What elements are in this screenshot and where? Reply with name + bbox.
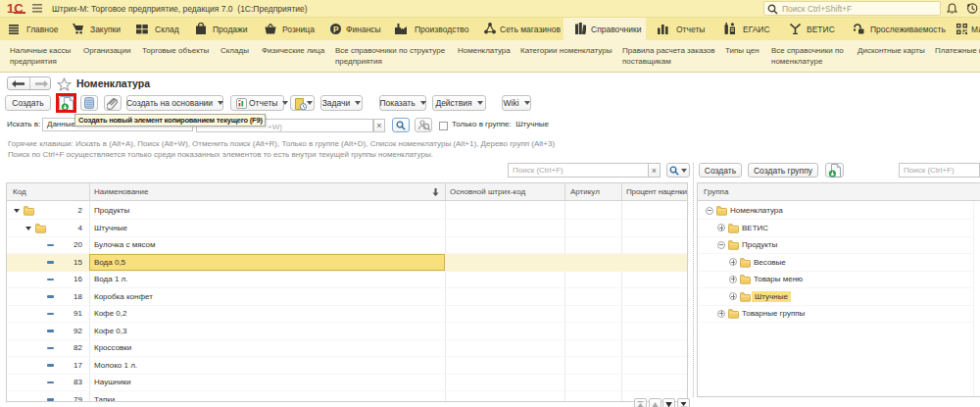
svg-text:Р: Р xyxy=(333,25,339,34)
